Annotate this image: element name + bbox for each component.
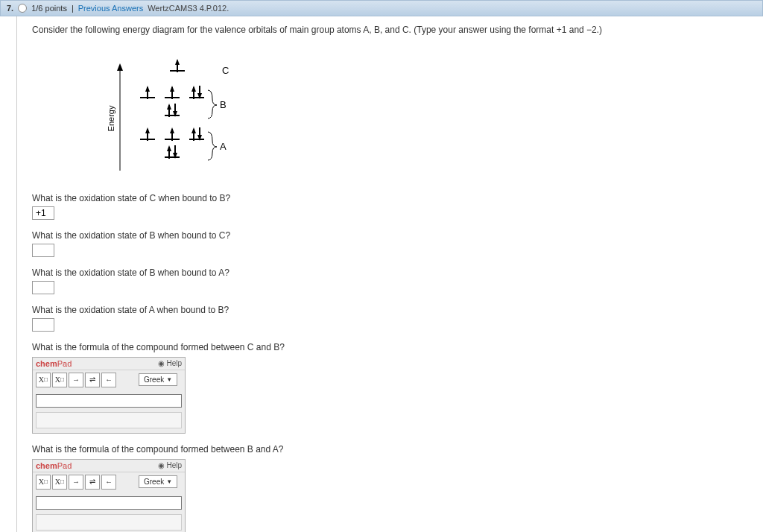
question-4: What is the oxidation state of A when bo… — [32, 305, 763, 332]
chempad-question-2: What is the formula of the compound form… — [32, 444, 763, 532]
atom-label-a: A — [220, 141, 227, 152]
points-label: 1/6 points — [31, 4, 67, 13]
equilibrium-button[interactable]: ⇌ — [85, 475, 100, 490]
chempad-widget: chemPad ◉Help X□ X□ → ⇌ ← Greek▼ — [32, 459, 186, 532]
chempad-title: chemPad — [36, 461, 72, 470]
chempad-title: chemPad — [36, 359, 72, 368]
arrow-right-button[interactable]: → — [69, 373, 83, 387]
svg-marker-1 — [117, 63, 123, 71]
status-icon — [18, 4, 27, 13]
arrow-right-button[interactable]: → — [69, 475, 83, 490]
chempad-question-1: What is the formula of the compound form… — [32, 342, 763, 434]
question-text: What is the formula of the compound form… — [32, 342, 763, 352]
energy-diagram: Energy C — [107, 44, 763, 178]
chempad-toolbar: X□ X□ → ⇌ ← Greek▼ — [33, 370, 185, 390]
chempad-header: chemPad ◉Help — [33, 460, 185, 472]
answer-input-3[interactable] — [32, 281, 54, 294]
chempad-widget: chemPad ◉Help X□ X□ → ⇌ ← Greek▼ — [32, 357, 186, 434]
previous-answers-link[interactable]: Previous Answers — [78, 4, 143, 13]
svg-marker-26 — [170, 127, 174, 133]
question-text: What is the oxidation state of C when bo… — [32, 193, 763, 203]
chempad-toolbar: X□ X□ → ⇌ ← Greek▼ — [33, 472, 185, 492]
question-text: What is the oxidation state of B when bo… — [32, 267, 763, 278]
subscript-button[interactable]: X□ — [36, 475, 51, 490]
atom-label-b: B — [220, 99, 227, 110]
chempad-display — [36, 412, 182, 428]
chempad-input[interactable] — [36, 394, 182, 408]
orbital-b-lower — [165, 104, 180, 117]
chempad-input[interactable] — [36, 496, 182, 510]
orbital-c: C — [170, 59, 229, 76]
answer-input-1[interactable] — [32, 206, 54, 220]
superscript-button[interactable]: X□ — [52, 475, 67, 490]
svg-marker-13 — [191, 86, 196, 92]
svg-marker-10 — [170, 86, 174, 92]
chempad-display — [36, 514, 182, 531]
svg-marker-29 — [191, 127, 196, 133]
separator: | — [72, 4, 74, 13]
greek-dropdown[interactable]: Greek▼ — [139, 475, 177, 488]
svg-marker-7 — [145, 86, 150, 92]
prompt-text: Consider the following energy diagram fo… — [32, 24, 763, 37]
question-text: What is the formula of the compound form… — [32, 444, 763, 455]
energy-axis-label: Energy — [107, 105, 115, 131]
svg-marker-34 — [167, 145, 171, 151]
orbital-a-upper — [140, 127, 204, 141]
question-2: What is the oxidation state of B when bo… — [32, 230, 763, 257]
orbital-b-upper — [140, 86, 204, 99]
orbital-a-lower — [165, 145, 180, 159]
chempad-header: chemPad ◉Help — [33, 358, 185, 370]
source-label: WertzCAMS3 4.P.012. — [148, 4, 229, 13]
chempad-help-link[interactable]: ◉Help — [158, 359, 182, 367]
equilibrium-button[interactable]: ⇌ — [85, 373, 100, 387]
svg-marker-23 — [145, 127, 150, 133]
subscript-button[interactable]: X□ — [36, 373, 51, 387]
svg-marker-18 — [167, 104, 171, 110]
arrow-left-button[interactable]: ← — [101, 475, 116, 490]
chempad-help-link[interactable]: ◉Help — [158, 461, 182, 469]
question-text: What is the oxidation state of B when bo… — [32, 230, 763, 241]
greek-dropdown[interactable]: Greek▼ — [139, 373, 177, 386]
superscript-button[interactable]: X□ — [52, 373, 67, 387]
question-1: What is the oxidation state of C when bo… — [32, 193, 763, 220]
arrow-left-button[interactable]: ← — [101, 373, 116, 387]
content-area: Consider the following energy diagram fo… — [16, 16, 763, 532]
atom-label-c: C — [222, 65, 229, 76]
svg-marker-4 — [175, 59, 180, 65]
answer-input-4[interactable] — [32, 318, 54, 332]
question-header: 7. 1/6 points | Previous Answers WertzCA… — [0, 0, 763, 16]
question-number: 7. — [7, 4, 13, 13]
question-3: What is the oxidation state of B when bo… — [32, 267, 763, 294]
answer-input-2[interactable] — [32, 244, 54, 257]
question-text: What is the oxidation state of A when bo… — [32, 305, 763, 315]
